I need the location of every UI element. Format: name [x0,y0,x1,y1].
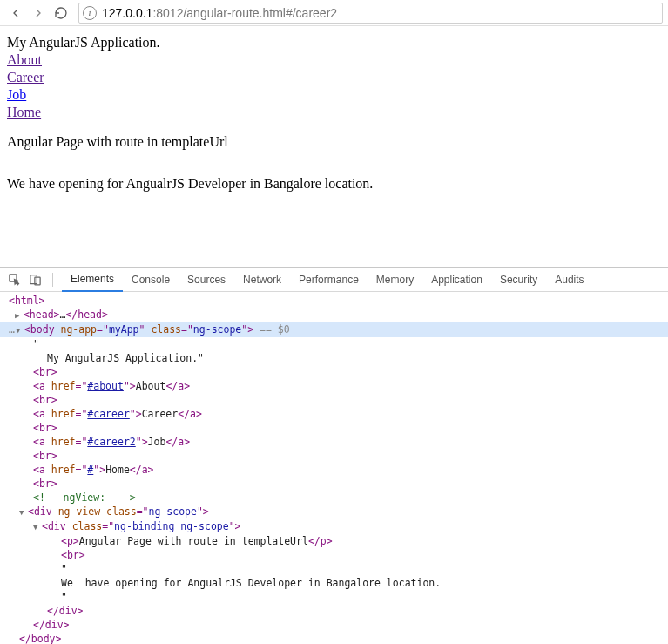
device-icon [29,273,42,286]
src-line[interactable]: <a href="#">Home</a> [0,463,668,477]
src-line[interactable]: <html> [0,294,668,308]
tab-performance[interactable]: Performance [290,268,368,292]
device-toolbar-button[interactable] [26,271,44,288]
tab-memory[interactable]: Memory [368,268,422,292]
browser-toolbar: i 127.0.0.1:8012/angular-route.html#/car… [0,0,668,26]
inspect-element-button[interactable] [5,271,23,288]
src-line[interactable]: <div class="ng-binding ng-scope"> [0,519,668,534]
tab-application[interactable]: Application [422,268,491,292]
src-line[interactable]: <br> [0,421,668,435]
src-line[interactable]: <head>…</head> [0,308,668,322]
src-line[interactable]: <br> [0,548,668,562]
address-bar[interactable]: i 127.0.0.1:8012/angular-route.html#/car… [78,3,663,24]
src-line[interactable]: We have opening for AngualrJS Developer … [0,576,668,590]
src-line[interactable]: <a href="#career2">Job</a> [0,435,668,449]
page-heading: My AngularJS Application. [7,35,661,51]
src-line[interactable]: <br> [0,477,668,491]
back-button[interactable] [5,3,26,24]
arrow-right-icon [31,6,45,20]
link-job[interactable]: Job [7,87,26,102]
collapse-icon[interactable] [19,505,28,519]
cursor-icon [8,273,21,286]
src-line[interactable]: </div> [0,618,668,632]
src-line[interactable]: <p>Angular Page with route in templateUr… [0,534,668,548]
url-text: 127.0.0.1:8012/angular-route.html#/caree… [102,6,337,20]
devtools-tabbar: Elements Console Sources Network Perform… [0,268,668,292]
forward-button[interactable] [28,3,49,24]
tab-security[interactable]: Security [491,268,546,292]
svg-rect-1 [30,275,37,284]
link-about[interactable]: About [7,52,42,67]
view-paragraph-1: Angular Page with route in templateUrl [7,134,661,150]
arrow-left-icon [9,6,23,20]
src-line[interactable]: </div> [0,604,668,618]
page-content: My AngularJS Application. About Career J… [0,26,668,214]
reload-icon [54,6,68,20]
info-icon[interactable]: i [83,6,97,20]
reload-button[interactable] [51,3,71,24]
link-home[interactable]: Home [7,105,41,119]
tab-console[interactable]: Console [123,268,179,292]
collapse-icon[interactable] [16,322,24,337]
src-line[interactable]: " [0,562,668,576]
src-line[interactable]: " [0,337,668,351]
devtools-panel: Elements Console Sources Network Perform… [0,267,668,644]
src-line[interactable]: <br> [0,365,668,379]
src-line[interactable]: <a href="#about">About</a> [0,379,668,393]
src-line[interactable]: <a href="#career">Career</a> [0,407,668,421]
link-career[interactable]: Career [7,70,44,85]
tab-sources[interactable]: Sources [179,268,234,292]
src-line[interactable]: </body> [0,632,668,644]
view-paragraph-2: We have opening for AngualrJS Developer … [7,176,661,192]
src-line[interactable]: <br> [0,449,668,463]
tab-audits[interactable]: Audits [546,268,592,292]
tab-elements[interactable]: Elements [62,268,123,292]
separator [52,273,53,287]
src-line-selected[interactable]: …<body ng-app="myApp" class="ng-scope"> … [0,322,668,337]
collapse-icon[interactable] [33,519,42,534]
src-line[interactable]: My AngularJS Application." [0,351,668,365]
src-line[interactable]: <br> [0,393,668,407]
elements-tree[interactable]: <html> <head>…</head> …<body ng-app="myA… [0,292,668,644]
src-line[interactable]: <!-- ngView: --> [0,491,668,505]
tab-network[interactable]: Network [234,268,290,292]
src-line[interactable]: <div ng-view class="ng-scope"> [0,505,668,519]
expand-icon[interactable] [15,308,24,322]
src-line[interactable]: " [0,590,668,604]
